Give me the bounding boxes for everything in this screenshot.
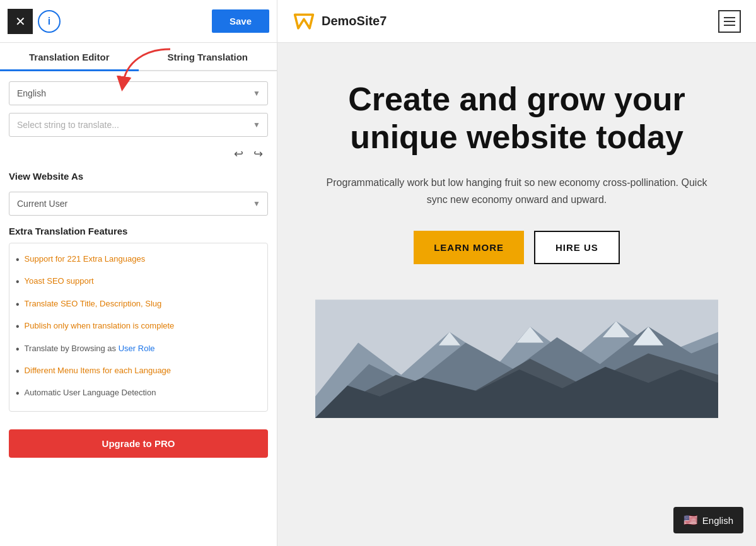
mountain-area xyxy=(315,289,718,428)
feature-text: Support for 221 Extra Languages xyxy=(25,253,146,265)
view-as-section: View Website As xyxy=(9,171,268,184)
undo-button[interactable]: ↩ xyxy=(231,144,246,163)
menu-line xyxy=(724,25,735,26)
svg-marker-0 xyxy=(295,15,313,28)
list-item: • Publish only when translation is compl… xyxy=(16,320,257,334)
tab-translation-editor[interactable]: Translation Editor xyxy=(0,43,139,70)
close-button[interactable]: ✕ xyxy=(8,9,33,34)
upgrade-button[interactable]: Upgrade to PRO xyxy=(9,429,268,458)
list-item: • Different Menu Items for each Language xyxy=(16,365,257,378)
redo-button[interactable]: ↪ xyxy=(251,144,265,163)
site-name: DemoSite7 xyxy=(322,14,387,28)
features-box: • Support for 221 Extra Languages • Yoas… xyxy=(9,243,268,412)
bullet: • xyxy=(16,320,20,334)
feature-text: Yoast SEO support xyxy=(25,276,94,287)
menu-button[interactable] xyxy=(718,10,741,33)
lang-badge-text: English xyxy=(702,515,733,526)
hero-title: Create and grow your unique website toda… xyxy=(315,81,718,156)
language-select[interactable]: English French Spanish German Italian xyxy=(9,81,268,105)
site-logo: DemoSite7 xyxy=(293,10,387,33)
hero-buttons: LEARN MORE HIRE US xyxy=(414,231,620,264)
bullet: • xyxy=(16,364,20,378)
list-item: • Translate SEO Title, Description, Slug xyxy=(16,298,257,311)
view-as-select-wrapper: Current User Guest Administrator Editor … xyxy=(9,192,268,216)
string-select-wrapper: Select string to translate... ▼ xyxy=(9,113,268,137)
panel-content: English French Spanish German Italian ▼ … xyxy=(0,71,277,226)
extra-features-title: Extra Translation Features xyxy=(9,226,268,236)
feature-text: Different Menu Items for each Language xyxy=(25,365,171,376)
flag-icon: 🇺🇸 xyxy=(683,513,697,527)
extra-features-section: Extra Translation Features • Support for… xyxy=(0,226,277,421)
hero-section: Create and grow your unique website toda… xyxy=(277,43,756,546)
view-as-label: View Website As xyxy=(9,171,268,182)
bullet: • xyxy=(16,298,20,311)
tab-string-translation[interactable]: String Translation xyxy=(139,43,277,70)
list-item: • Automatic User Language Detection xyxy=(16,387,257,400)
menu-line xyxy=(724,17,735,18)
feature-text: Publish only when translation is complet… xyxy=(25,320,175,332)
bullet: • xyxy=(16,342,20,356)
site-header: DemoSite7 xyxy=(277,0,756,43)
save-button[interactable]: Save xyxy=(212,9,269,33)
undo-redo-bar: ↩ ↪ xyxy=(9,144,268,163)
logo-icon xyxy=(293,10,315,33)
top-bar: ✕ i Save xyxy=(0,0,277,43)
language-badge[interactable]: 🇺🇸 English xyxy=(673,507,743,533)
view-as-select[interactable]: Current User Guest Administrator Editor xyxy=(9,192,268,216)
feature-text: Translate SEO Title, Description, Slug xyxy=(25,298,162,310)
string-select[interactable]: Select string to translate... xyxy=(9,113,268,137)
bullet: • xyxy=(16,275,20,289)
hero-subtitle: Programmatically work but low hanging fr… xyxy=(315,174,718,208)
list-item: • Yoast SEO support xyxy=(16,276,257,289)
feature-text: Translate by Browsing as User Role xyxy=(25,343,155,354)
tabs-container: Translation Editor String Translation xyxy=(0,43,277,71)
bullet: • xyxy=(16,386,20,400)
bullet: • xyxy=(16,253,20,267)
list-item: • Support for 221 Extra Languages xyxy=(16,253,257,267)
left-panel: ✕ i Save Translation Editor String Trans… xyxy=(0,0,277,546)
info-button[interactable]: i xyxy=(38,10,61,33)
list-item: • Translate by Browsing as User Role xyxy=(16,343,257,356)
menu-line xyxy=(724,21,735,22)
hire-us-button[interactable]: HIRE US xyxy=(534,231,620,264)
feature-text: Automatic User Language Detection xyxy=(25,387,156,398)
language-select-wrapper: English French Spanish German Italian ▼ xyxy=(9,81,268,105)
learn-more-button[interactable]: LEARN MORE xyxy=(414,231,524,264)
features-list: • Support for 221 Extra Languages • Yoas… xyxy=(16,253,257,401)
right-panel: DemoSite7 Create and grow your unique we… xyxy=(277,0,756,546)
mountain-illustration xyxy=(315,289,718,428)
